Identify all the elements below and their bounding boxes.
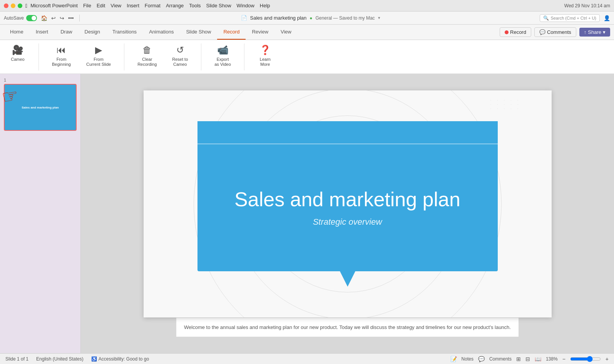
tab-slideshow[interactable]: Slide Show [180, 25, 217, 40]
menu-help[interactable]: Help [260, 3, 270, 8]
speech-bubble: Sales and marketing plan Strategic overv… [197, 121, 498, 271]
main-area: 1 Sales and marketing plan ☞ · · · · ·· … [0, 74, 614, 353]
notes-icon[interactable]: 📝 [450, 356, 457, 362]
tab-transitions[interactable]: Transitions [106, 25, 143, 40]
menu-arrange[interactable]: Arrange [166, 3, 184, 8]
slide-title: Sales and marketing plan [234, 188, 460, 211]
accessibility-label: Accessibility: Good to go [99, 356, 149, 362]
dot-decoration: · · · · ·· · · · ·· · · · · [490, 98, 520, 111]
canvas-area: · · · · ·· · · · ·· · · · · Sales and ma… [81, 74, 614, 353]
menu-slideshow[interactable]: Slide Show [206, 3, 231, 8]
doc-title: Sales and marketing plan [250, 15, 307, 21]
tab-bar: Home Insert Draw Design Transitions Anim… [0, 25, 614, 40]
autosave-label: AutoSave [4, 15, 24, 21]
notes-bar: Welcome to the annual sales and marketin… [176, 317, 519, 337]
app-name: Microsoft PowerPoint [30, 3, 78, 8]
comments-status-icon[interactable]: 💬 [478, 356, 485, 362]
clear-icon: 🗑 [142, 45, 152, 55]
slide-number: 1 [4, 78, 77, 82]
zoom-level: 138% [546, 356, 558, 362]
toolbar-right: 🔍 Search (Cmd + Ctrl + U) 👤 [540, 14, 610, 22]
notes-status-label: Notes [462, 356, 473, 362]
fullscreen-button[interactable] [18, 3, 22, 8]
menu-window[interactable]: Window [237, 3, 254, 8]
zoom-out-icon[interactable]: − [562, 356, 565, 362]
title-bar:  Microsoft PowerPoint File Edit View In… [0, 0, 614, 12]
autosave-toggle[interactable] [26, 15, 37, 21]
comments-button[interactable]: 💬 Comments [534, 27, 576, 37]
status-bar: Slide 1 of 1 English (United States) ♿ A… [0, 353, 614, 364]
slide-thumb-inner: Sales and marketing plan [6, 86, 74, 129]
slide-subtitle: Strategic overview [313, 217, 382, 227]
ribbon-sep-2 [124, 43, 124, 70]
tab-insert[interactable]: Insert [30, 25, 55, 40]
slide-info: Slide 1 of 1 [5, 356, 28, 362]
search-button[interactable]: 🔍 Search (Cmd + Ctrl + U) [540, 14, 600, 22]
ribbon-btn-cameo[interactable]: 🎥 Cameo [6, 43, 29, 63]
zoom-slider[interactable] [570, 356, 601, 362]
ribbon-btn-learn[interactable]: ❓ LearnMore [254, 43, 277, 68]
save-status: General — Saved to my Mac [316, 15, 375, 21]
tab-design[interactable]: Design [79, 25, 106, 40]
ribbon-sep-3 [201, 43, 201, 70]
view-normal-icon[interactable]: ⊞ [516, 356, 521, 362]
menu-file[interactable]: File [83, 3, 91, 8]
share-button[interactable]: ↑ Share ▾ [579, 28, 610, 37]
tab-animations[interactable]: Animations [143, 25, 180, 40]
record-button[interactable]: Record [500, 27, 531, 37]
apple-logo:  [25, 3, 27, 9]
account-icon[interactable]: 👤 [604, 15, 610, 21]
share-icon: ↑ [584, 29, 587, 35]
accessibility-icon: ♿ [91, 356, 97, 362]
doc-title-center: 📄 Sales and marketing plan ● General — S… [84, 15, 537, 21]
tab-draw[interactable]: Draw [54, 25, 78, 40]
search-icon: 🔍 [543, 15, 549, 21]
ribbon-btn-reset[interactable]: ↺ Reset toCameo [168, 43, 192, 68]
tab-right-actions: Record 💬 Comments ↑ Share ▾ [500, 25, 610, 40]
undo-icon[interactable]: ↩ [50, 14, 57, 22]
cameo-label: Cameo [11, 57, 24, 62]
bubble-top-bar [197, 121, 498, 144]
ribbon-sep-4 [244, 43, 244, 70]
accessibility-info: ♿ Accessibility: Good to go [91, 356, 149, 362]
tab-review[interactable]: Review [246, 25, 274, 40]
menu-insert[interactable]: Insert [127, 3, 139, 8]
menu-view[interactable]: View [110, 3, 121, 8]
slide-thumbnail[interactable]: Sales and marketing plan [4, 84, 77, 131]
notes-text: Welcome to the annual sales and marketin… [184, 324, 511, 330]
share-label: Share [588, 29, 601, 35]
record-dot-icon [505, 30, 509, 34]
slide-thumb-text: Sales and marketing plan [22, 106, 59, 109]
close-button[interactable] [4, 3, 8, 8]
more-icon[interactable]: ••• [67, 14, 75, 22]
toolbar-separator [79, 15, 80, 22]
ribbon-btn-from-current[interactable]: ▶ FromCurrent Slide [82, 43, 115, 68]
status-right: 📝 Notes 💬 Comments ⊞ ⊟ 📖 138% − + [450, 356, 609, 362]
view-reading-icon[interactable]: 📖 [535, 356, 541, 362]
menu-tools[interactable]: Tools [189, 3, 201, 8]
cameo-icon: 🎥 [12, 45, 23, 55]
ribbon-btn-clear[interactable]: 🗑 ClearRecording [134, 43, 161, 68]
from-beginning-label: FromBeginning [52, 57, 71, 67]
minimize-button[interactable] [11, 3, 15, 8]
tab-view[interactable]: View [274, 25, 298, 40]
share-chevron: ▾ [603, 29, 606, 35]
menu-format[interactable]: Format [145, 3, 161, 8]
zoom-in-icon[interactable]: + [606, 356, 609, 362]
redo-icon[interactable]: ↪ [59, 14, 65, 22]
tab-home[interactable]: Home [4, 25, 30, 40]
language-info: English (United States) [36, 356, 84, 362]
autosave-group: AutoSave [4, 15, 37, 21]
comments-status-label: Comments [489, 356, 512, 362]
search-placeholder: Search (Cmd + Ctrl + U) [550, 16, 596, 20]
tab-record[interactable]: Record [217, 25, 246, 40]
view-slide-sorter-icon[interactable]: ⊟ [525, 356, 530, 362]
menu-edit[interactable]: Edit [97, 3, 105, 8]
save-status-chevron[interactable]: ▾ [378, 15, 380, 20]
ribbon-btn-from-beginning[interactable]: ⏮ FromBeginning [48, 43, 75, 68]
ribbon-btn-export[interactable]: 📹 Exportas Video [211, 43, 235, 68]
slide-canvas: · · · · ·· · · · ·· · · · · Sales and ma… [144, 90, 552, 317]
home-icon[interactable]: 🏠 [40, 14, 48, 22]
export-label: Exportas Video [214, 57, 231, 67]
traffic-lights [4, 3, 22, 8]
